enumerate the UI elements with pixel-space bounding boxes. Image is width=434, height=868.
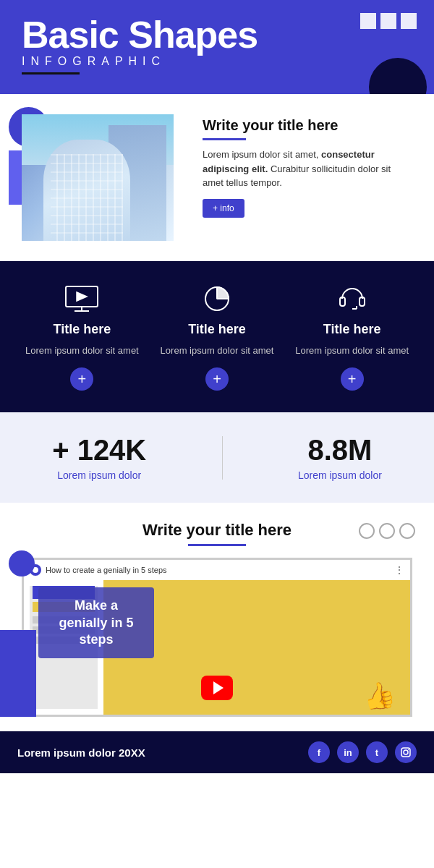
feature-item-3: Title here Lorem ipsum dolor sit amet + (284, 283, 420, 391)
video-wrapper[interactable]: How to create a genially in 5 steps ⋮ (22, 558, 412, 717)
video-title-underline (188, 544, 246, 546)
feature-item-2: Title here Lorem ipsum dolor sit amet + (150, 283, 285, 391)
feature-text-2: Lorem ipsum dolor sit amet (161, 344, 274, 357)
video-bar-text: How to create a genially in 5 steps (46, 566, 167, 574)
pie-chart-icon (198, 283, 236, 315)
feature-title-2: Title here (188, 322, 246, 337)
header-square-1 (360, 13, 376, 29)
headphones-icon (333, 283, 371, 315)
monitor-play-icon (63, 283, 101, 315)
feature-title-1: Title here (53, 322, 111, 337)
svg-marker-3 (77, 292, 87, 301)
stat-label-2: Lorem ipsum dolor (298, 469, 382, 481)
linkedin-icon[interactable]: in (337, 741, 359, 763)
header-squares (360, 13, 417, 29)
features-section: Title here Lorem ipsum dolor sit amet + … (0, 261, 434, 412)
video-hand-emoji: 👍 (361, 678, 399, 714)
info-section: Write your title here Lorem ipsum dolor … (0, 94, 434, 261)
svg-point-14 (408, 749, 409, 750)
footer-section: Lorem ipsum dolor 20XX f in t (0, 731, 434, 773)
stat-number-1: + 124K (52, 434, 146, 467)
video-circle-decor (9, 550, 35, 576)
video-left-decor (0, 630, 36, 717)
header-square-3 (401, 13, 417, 29)
footer-text: Lorem ipsum dolor 20XX (17, 746, 145, 759)
header-square-2 (380, 13, 396, 29)
video-container: How to create a genially in 5 steps ⋮ (22, 558, 412, 717)
header-title: Basic Shapes (22, 16, 412, 54)
video-section-title: Write your title here (22, 521, 412, 540)
instagram-icon[interactable] (395, 741, 417, 763)
stat-item-1: + 124K Lorem ipsum dolor (52, 434, 146, 481)
twitter-icon[interactable]: t (366, 741, 388, 763)
footer-social: f in t (308, 741, 417, 763)
video-body: Make a genially in 5 steps 👍 (24, 580, 410, 715)
video-main-area: Make a genially in 5 steps 👍 (24, 580, 410, 715)
video-overlay-card: Make a genially in 5 steps (38, 587, 154, 658)
feature-text-1: Lorem ipsum dolor sit amet (25, 344, 139, 357)
info-title: Write your title here (203, 117, 412, 134)
video-play-button[interactable] (201, 676, 233, 700)
feature-plus-btn-3[interactable]: + (341, 367, 364, 391)
svg-rect-12 (401, 748, 410, 757)
video-circles (359, 523, 415, 539)
feature-plus-btn-2[interactable]: + (205, 367, 229, 391)
video-top-bar: How to create a genially in 5 steps ⋮ (24, 560, 410, 580)
svg-point-13 (404, 750, 408, 754)
feature-title-3: Title here (323, 322, 381, 337)
stat-label-1: Lorem ipsum dolor (52, 469, 146, 481)
stats-section: + 124K Lorem ipsum dolor 8.8M Lorem ipsu… (0, 412, 434, 503)
facebook-icon[interactable]: f (308, 741, 330, 763)
info-image-wrapper (22, 114, 188, 241)
header-subtitle: INFOGRAPHIC (22, 55, 412, 68)
stat-item-2: 8.8M Lorem ipsum dolor (298, 434, 382, 481)
info-image (22, 114, 174, 241)
stat-number-2: 8.8M (298, 434, 382, 467)
info-button[interactable]: + info (203, 199, 244, 218)
info-title-underline (203, 138, 246, 140)
play-triangle-icon (213, 681, 224, 694)
feature-plus-btn-1[interactable]: + (70, 367, 93, 391)
feature-item-1: Title here Lorem ipsum dolor sit amet + (14, 283, 150, 391)
video-circle-2 (379, 523, 395, 539)
video-circle-1 (359, 523, 375, 539)
video-circle-3 (399, 523, 415, 539)
video-more-icon: ⋮ (394, 564, 404, 576)
stat-divider (222, 436, 223, 480)
header-section: Basic Shapes INFOGRAPHIC (0, 0, 434, 94)
feature-text-3: Lorem ipsum dolor sit amet (295, 344, 409, 357)
info-content: Write your title here Lorem ipsum dolor … (203, 114, 412, 218)
header-underline (22, 72, 80, 75)
video-section: Write your title here How to create a ge… (0, 503, 434, 731)
info-text: Lorem ipsum dolor sit amet, consectetur … (203, 148, 412, 190)
